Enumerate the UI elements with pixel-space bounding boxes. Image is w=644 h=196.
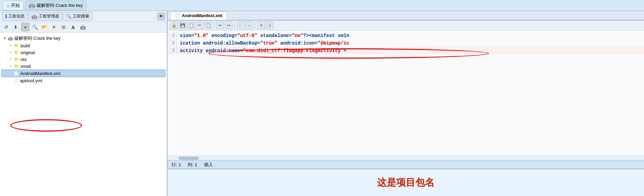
save-button[interactable]: 💾	[179, 22, 186, 29]
tree-item-small[interactable]: + 📁 small	[1, 63, 165, 70]
file-tab-androidmanifest[interactable]: 📄 AndroidManifest.xml	[170, 12, 227, 20]
android-tree-icon: 🤖	[8, 36, 13, 41]
copy-button[interactable]: 📋	[187, 22, 195, 29]
redo-button[interactable]: ↪	[225, 22, 232, 29]
project-tree: ▼ 🤖 破解密码 Crack the key + 📁 build + 📁 ori…	[1, 35, 165, 84]
project-search-label: 工程搜索	[73, 13, 89, 19]
info-icon: ℹ	[5, 14, 7, 19]
tree-item-androidmanifest[interactable]: 📄 AndroidManifest.xml	[1, 70, 165, 77]
line-content-3: activity android:name="com.didi_ctf.flag…	[177, 47, 346, 54]
magnify-button[interactable]: 🔍	[31, 23, 39, 31]
tree-item-apktool[interactable]: 📄 apktool.yml	[1, 77, 165, 84]
tree-root-label: 破解密码 Crack the key	[14, 35, 61, 41]
copy-icon: 📋	[189, 23, 194, 28]
code-line-1: 1 sion="1.0" encoding="utf-8" standalone…	[167, 32, 644, 39]
columns-button[interactable]: ⊞	[59, 23, 68, 31]
status-mode: 插入	[204, 162, 213, 168]
divider3	[255, 22, 255, 28]
title-bar: ⌂ 开始 🤖 破解密码 Crack the key	[0, 0, 644, 11]
list-button[interactable]: ≡	[257, 22, 265, 29]
line-num-2: 2	[167, 39, 177, 47]
folder-open-button[interactable]: 📂	[40, 23, 49, 31]
folder-icon-build: 📁	[14, 43, 19, 48]
eye-icon: 👁	[159, 14, 163, 19]
tree-item-res[interactable]: + 📁 res	[1, 56, 165, 63]
expander-root: ▼	[3, 36, 7, 40]
forward-icon: →	[247, 23, 251, 28]
tree-root-node[interactable]: ▼ 🤖 破解密码 Crack the key	[1, 35, 165, 42]
expander-build: +	[9, 44, 13, 48]
tree-item-original[interactable]: + 📁 original	[1, 49, 165, 56]
code-line-2: 2 ication android:allowBackup="true" and…	[167, 39, 644, 47]
divider1	[214, 22, 214, 28]
android-icon: 🤖	[29, 2, 35, 9]
line-content-1: sion="1.0" encoding="utf-8" standalone="…	[177, 32, 349, 39]
list-icon: ≡	[260, 23, 262, 28]
folder-icon-original: 📁	[14, 50, 19, 55]
panel-toolbar-top: ℹ 工程信息 🤖 工程管理器 🔍 工程搜索 👁	[0, 11, 167, 22]
java-button[interactable]: J	[266, 22, 273, 29]
main-layout: ℹ 工程信息 🤖 工程管理器 🔍 工程搜索 👁 ↺ ⬇ ▪ 🔍	[0, 11, 644, 196]
undo-button[interactable]: ↩	[216, 22, 224, 29]
folder-icon-res: 📁	[14, 57, 19, 62]
left-panel: ℹ 工程信息 🤖 工程管理器 🔍 工程搜索 👁 ↺ ⬇ ▪ 🔍	[0, 11, 167, 196]
refresh-button[interactable]: ↺	[2, 23, 10, 31]
project-info-button[interactable]: ℹ 工程信息	[2, 12, 28, 21]
line-content-2: ication android:allowBackup="true" andro…	[177, 39, 349, 47]
square-button[interactable]: ▪	[21, 23, 29, 31]
second-toolbar: ↺ ⬇ ▪ 🔍 📂 ✕ ⊞ A 🤖	[0, 22, 167, 33]
android-icon2: 🤖	[31, 14, 37, 19]
expander-small: +	[9, 64, 13, 68]
status-bar: 行: 1 列: 1 插入	[167, 160, 644, 169]
horizontal-scrollbar[interactable]	[167, 156, 644, 160]
code-editor[interactable]: 1 sion="1.0" encoding="utf-8" standalone…	[167, 30, 644, 156]
android-icon3[interactable]: 🤖	[79, 23, 87, 31]
tree-label-res: res	[21, 57, 27, 62]
code-lines: 1 sion="1.0" encoding="utf-8" standalone…	[167, 30, 644, 56]
status-col: 列: 1	[188, 162, 197, 168]
tab-start[interactable]: ⌂ 开始	[3, 1, 24, 10]
tree-label-small: small	[21, 64, 31, 69]
letter-a-button[interactable]: A	[69, 23, 77, 31]
file-icon-apktool: 📄	[13, 78, 18, 83]
save-icon: 💾	[180, 23, 185, 28]
project-manager-button[interactable]: 🤖 工程管理器	[28, 12, 62, 21]
search-icon: 🔍	[66, 14, 71, 19]
tree-label-build: build	[21, 43, 30, 48]
tree-panel: ▼ 🤖 破解密码 Crack the key + 📁 build + 📁 ori…	[0, 33, 167, 196]
back-button[interactable]: ←	[237, 22, 244, 29]
lock-button[interactable]: 🔒	[170, 22, 178, 29]
scroll-thumb[interactable]	[178, 157, 199, 160]
project-search-button[interactable]: 🔍 工程搜索	[63, 12, 92, 21]
close-button[interactable]: ✕	[50, 23, 58, 31]
status-row: 行: 1	[172, 162, 181, 168]
paste-button[interactable]: 📋	[204, 22, 212, 29]
line-num-3: 3	[167, 47, 177, 54]
tab-crack-label: 破解密码 Crack the key	[37, 2, 83, 9]
file-tabs: 📄 AndroidManifest.xml	[167, 11, 644, 21]
back-icon: ←	[239, 23, 243, 28]
home-icon: ⌂	[6, 2, 10, 8]
undo-icon: ↩	[218, 23, 222, 28]
redo-icon: ↪	[227, 23, 230, 28]
expander-original: +	[9, 50, 13, 54]
forward-button[interactable]: →	[245, 22, 253, 29]
right-panel: 📄 AndroidManifest.xml 🔒 💾 📋 ✂ 📋	[167, 11, 644, 196]
tree-label-original: original	[21, 50, 35, 55]
tree-item-build[interactable]: + 📁 build	[1, 42, 165, 49]
code-line-3: 3 activity android:name="com.didi_ctf.fl…	[167, 47, 644, 54]
download-button[interactable]: ⬇	[12, 23, 20, 31]
editor-toolbar: 🔒 💾 📋 ✂ 📋 ↩ ↪ ←	[167, 21, 644, 30]
tab-start-label: 开始	[11, 2, 20, 9]
lock-icon: 🔒	[172, 23, 177, 28]
file-tab-icon: 📄	[175, 13, 180, 18]
xml-icon-androidmanifest: 📄	[13, 71, 19, 76]
tab-crack[interactable]: 🤖 破解密码 Crack the key	[25, 1, 86, 10]
annotation-text: 这是项目包名	[377, 176, 434, 189]
paste-icon: 📋	[206, 23, 211, 28]
project-info-label: 工程信息	[8, 13, 25, 19]
toolbar-buttons-group: ℹ 工程信息 🤖 工程管理器 🔍 工程搜索	[2, 12, 92, 21]
project-manager-label: 工程管理器	[39, 13, 59, 19]
cut-button[interactable]: ✂	[196, 22, 203, 29]
eye-icon-button[interactable]: 👁	[157, 13, 165, 20]
